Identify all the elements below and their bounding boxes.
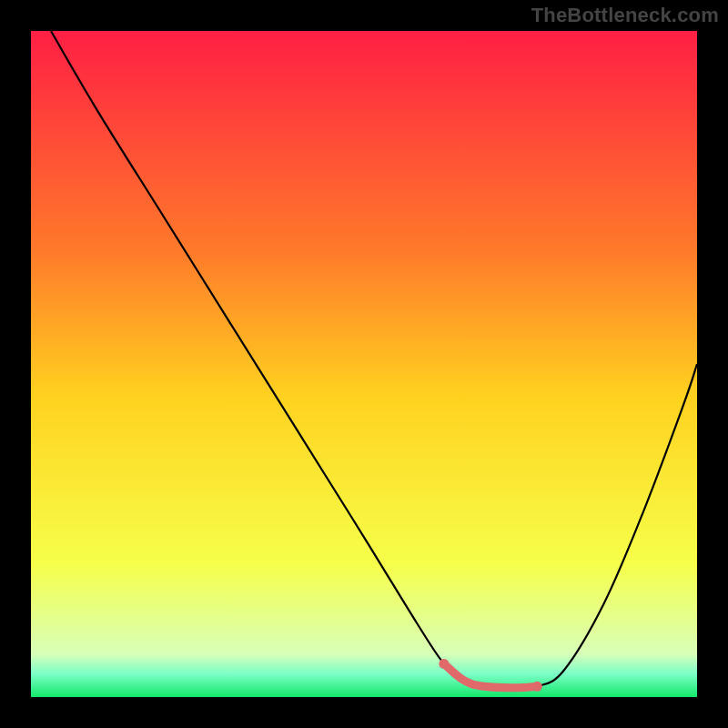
plot-background bbox=[31, 31, 697, 697]
watermark-text: TheBottleneck.com bbox=[531, 4, 719, 27]
bottleneck-chart bbox=[0, 0, 728, 728]
highlight-end-dot bbox=[532, 682, 542, 692]
highlight-start-dot bbox=[439, 659, 449, 669]
chart-frame: { "watermark": "TheBottleneck.com", "cha… bbox=[0, 0, 728, 728]
